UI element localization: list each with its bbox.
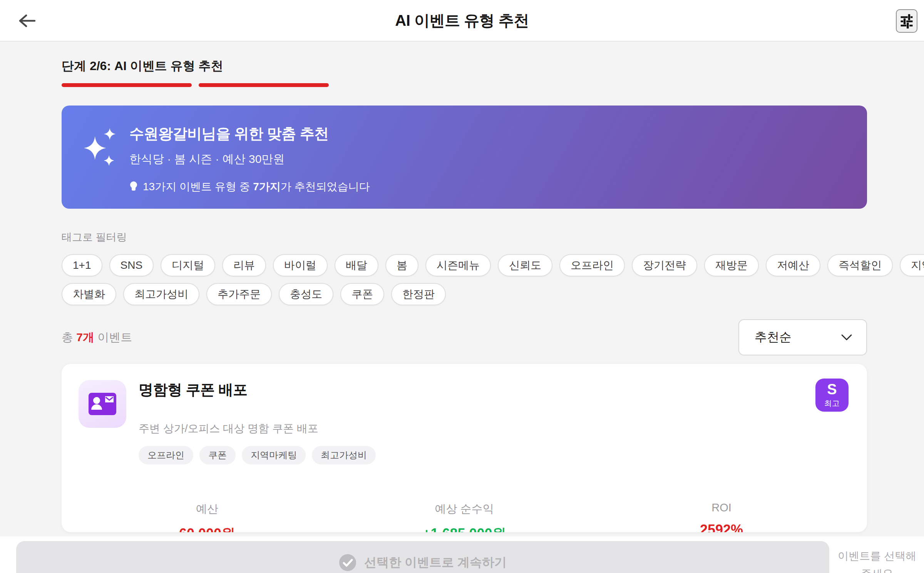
event-tag: 오프라인: [139, 446, 193, 464]
stat-budget-value: 60,000원: [79, 524, 336, 532]
contact-card-icon: [88, 392, 117, 416]
banner-subtitle: 한식당 · 봄 시즌 · 예산 30만원: [129, 151, 370, 167]
app-header: AI 이벤트 유형 추천: [0, 0, 924, 42]
filter-chip[interactable]: 저예산: [766, 254, 820, 276]
banner-text: 수원왕갈비님을 위한 맞춤 추천 한식당 · 봄 시즌 · 예산 30만원 13…: [129, 124, 370, 190]
list-header: 총 7개 이벤트 추천순: [62, 319, 867, 355]
stat-budget-label: 예산: [79, 501, 336, 517]
event-title: 명함형 쿠폰 배포: [139, 380, 376, 400]
event-total-count: 총 7개 이벤트: [62, 330, 132, 345]
event-icon-tile: [79, 380, 126, 428]
filter-settings-button[interactable]: [896, 9, 917, 33]
filter-chip[interactable]: 1+1: [62, 254, 102, 276]
filter-chip[interactable]: 쿠폰: [340, 283, 384, 305]
event-card-text: 명함형 쿠폰 배포 주변 상가/오피스 대상 명함 쿠폰 배포 오프라인쿠폰지역…: [139, 380, 376, 464]
filter-chip[interactable]: 신뢰도: [498, 254, 552, 276]
step-indicator-label: 단계 2/6: AI 이벤트 유형 추천: [62, 42, 867, 75]
stat-roi-label: ROI: [593, 501, 850, 514]
main-content: 단계 2/6: AI 이벤트 유형 추천 수원왕갈비님을 위한 맞춤 추천 한식…: [62, 42, 867, 532]
filter-chip[interactable]: SNS: [109, 254, 154, 276]
arrow-left-icon: [18, 14, 35, 28]
banner-info-text: 13가지 이벤트 유형 중 7가지가 추천되었습니다: [143, 179, 370, 194]
banner-info: 13가지 이벤트 유형 중 7가지가 추천되었습니다: [129, 179, 370, 194]
filter-chip[interactable]: 즉석할인: [827, 254, 893, 276]
progress-bar-segment: [62, 83, 192, 87]
filter-chip[interactable]: 봄: [385, 254, 418, 276]
filter-chip[interactable]: 최고가성비: [123, 283, 199, 305]
chevron-down-icon: [841, 333, 852, 341]
check-circle-icon: [339, 554, 357, 571]
progress-bar-segment: [199, 83, 329, 87]
filter-chip[interactable]: 장기전략: [632, 254, 697, 276]
filter-chip[interactable]: 충성도: [279, 283, 333, 305]
continue-button-label: 선택한 이벤트로 계속하기: [364, 554, 507, 571]
filter-chip[interactable]: 오프라인: [559, 254, 625, 276]
filter-chip[interactable]: 한정판: [391, 283, 446, 305]
bottom-action-bar: 선택한 이벤트로 계속하기 이벤트를 선택해주세요: [0, 536, 924, 573]
filter-chip[interactable]: 차별화: [62, 283, 116, 305]
grade-letter: S: [827, 382, 837, 397]
tag-filter-label: 태그로 필터링: [62, 230, 867, 244]
event-tag: 지역마케팅: [242, 446, 306, 464]
selection-helper-text: 이벤트를 선택해주세요: [833, 547, 921, 573]
stat-profit-value: +1,685,000원: [336, 524, 593, 532]
stat-budget: 예산 60,000원: [79, 501, 336, 532]
filter-chip[interactable]: 추가주문: [206, 283, 272, 305]
filter-chip[interactable]: 리뷰: [222, 254, 266, 276]
filter-chip[interactable]: 바이럴: [273, 254, 328, 276]
filter-chip[interactable]: 시즌메뉴: [425, 254, 491, 276]
filter-chip[interactable]: 재방문: [704, 254, 759, 276]
filter-chip[interactable]: 배달: [335, 254, 378, 276]
lightbulb-icon: [129, 181, 138, 193]
event-description: 주변 상가/오피스 대상 명함 쿠폰 배포: [139, 421, 376, 436]
back-button[interactable]: [16, 11, 38, 31]
stat-roi-value: 2592%: [593, 522, 850, 532]
recommendation-banner: 수원왕갈비님을 위한 맞춤 추천 한식당 · 봄 시즌 · 예산 30만원 13…: [62, 106, 867, 209]
event-tags: 오프라인쿠폰지역마케팅최고가성비: [139, 446, 376, 464]
event-card[interactable]: 명함형 쿠폰 배포 주변 상가/오피스 대상 명함 쿠폰 배포 오프라인쿠폰지역…: [62, 364, 867, 532]
filter-chip[interactable]: 디지털: [161, 254, 215, 276]
event-tag: 쿠폰: [199, 446, 236, 464]
event-card-head: 명함형 쿠폰 배포 주변 상가/오피스 대상 명함 쿠폰 배포 오프라인쿠폰지역…: [79, 380, 850, 464]
page-title: AI 이벤트 유형 추천: [395, 10, 529, 31]
event-tag: 최고가성비: [312, 446, 376, 464]
stat-profit: 예상 순수익 +1,685,000원: [336, 501, 593, 532]
continue-button[interactable]: 선택한 이벤트로 계속하기: [16, 541, 829, 573]
banner-title: 수원왕갈비님을 위한 맞춤 추천: [129, 124, 370, 144]
filter-chip-row-1: 1+1SNS디지털리뷰바이럴배달봄시즌메뉴신뢰도오프라인장기전략재방문저예산즉석…: [62, 254, 867, 276]
stat-profit-label: 예상 순수익: [336, 501, 593, 517]
filter-chip-row-2: 차별화최고가성비추가주문충성도쿠폰한정판: [62, 283, 867, 305]
sliders-icon: [899, 13, 914, 30]
progress-bars: [62, 83, 867, 87]
grade-badge: S 최고: [815, 379, 849, 412]
sparkles-icon: [82, 124, 121, 190]
grade-label: 최고: [824, 398, 840, 409]
event-stats-row: 예산 60,000원 예상 순수익 +1,685,000원 ROI 2592%: [79, 501, 850, 532]
sort-dropdown[interactable]: 추천순: [738, 319, 867, 355]
sort-selected-value: 추천순: [755, 329, 792, 346]
filter-chip[interactable]: 지역마케팅: [900, 254, 924, 276]
stat-roi: ROI 2592%: [593, 501, 850, 532]
